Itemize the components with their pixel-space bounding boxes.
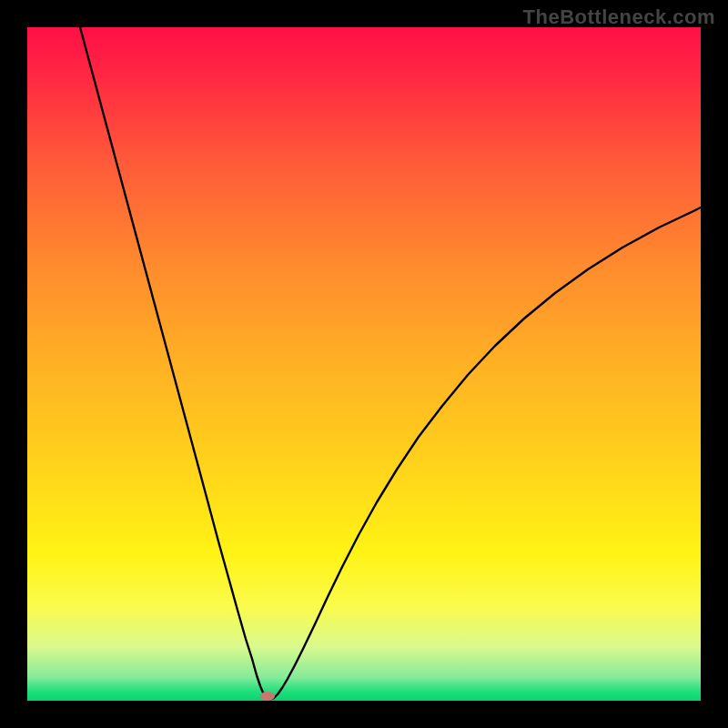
plot-area	[27, 27, 701, 701]
gradient-background	[27, 27, 701, 701]
chart-frame: TheBottleneck.com	[0, 0, 728, 728]
optimal-point-marker	[260, 692, 275, 701]
watermark-text: TheBottleneck.com	[523, 5, 715, 29]
chart-svg	[27, 27, 701, 701]
